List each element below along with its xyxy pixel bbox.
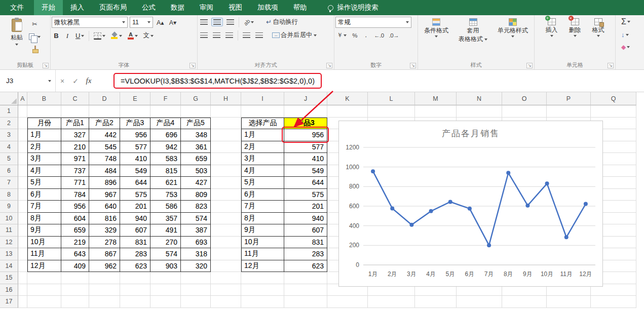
cell-A3[interactable]	[18, 129, 27, 141]
cell-C10[interactable]: 604	[61, 213, 89, 225]
cell-M17[interactable]	[415, 296, 457, 308]
cell-D2[interactable]: 产品2	[89, 118, 120, 130]
column-header-F[interactable]: F	[150, 92, 181, 105]
row-header-2[interactable]: 2	[0, 118, 18, 130]
cell-H9[interactable]	[211, 201, 241, 213]
cell-A11[interactable]	[18, 224, 27, 237]
cell-B16[interactable]	[27, 284, 61, 296]
cell-F6[interactable]: 815	[150, 165, 181, 177]
align-middle-button[interactable]	[211, 18, 223, 26]
row-header-1[interactable]: 1	[0, 105, 18, 118]
cell-E1[interactable]	[120, 105, 150, 118]
cell-E15[interactable]	[120, 272, 150, 284]
select-all-corner[interactable]	[0, 92, 18, 105]
cell-H16[interactable]	[211, 284, 241, 296]
cell-E2[interactable]: 产品3	[120, 118, 150, 130]
cell-E4[interactable]: 577	[120, 141, 150, 153]
increase-font-size-button[interactable]: A▴	[155, 18, 166, 27]
cell-C2[interactable]: 产品1	[61, 118, 89, 130]
row-header-6[interactable]: 6	[0, 165, 18, 177]
cell-C5[interactable]: 971	[61, 153, 89, 165]
cell-D16[interactable]	[89, 284, 120, 296]
cell-L17[interactable]	[368, 296, 415, 308]
cell-styles-button[interactable]: 单元格样式	[495, 17, 531, 61]
cell-I11[interactable]: 9月	[241, 224, 284, 237]
tab-home[interactable]: 开始	[34, 0, 63, 15]
cell-D17[interactable]	[89, 296, 120, 308]
cell-F15[interactable]	[150, 272, 181, 284]
row-header-17[interactable]: 17	[0, 296, 18, 308]
cell-J11[interactable]: 607	[284, 224, 327, 237]
cell-D7[interactable]: 896	[89, 177, 120, 189]
cell-M1[interactable]	[415, 105, 457, 118]
cell-A2[interactable]	[18, 118, 27, 130]
cell-B15[interactable]	[27, 272, 61, 284]
cell-I6[interactable]: 4月	[241, 165, 284, 177]
cell-H3[interactable]	[211, 129, 241, 141]
cell-C16[interactable]	[61, 284, 89, 296]
cell-H11[interactable]	[211, 224, 241, 237]
cell-A9[interactable]	[18, 201, 27, 213]
cell-C4[interactable]: 210	[61, 141, 89, 153]
row-header-14[interactable]: 14	[0, 260, 18, 273]
column-header-I[interactable]: I	[241, 92, 284, 105]
cell-G15[interactable]	[181, 272, 211, 284]
cell-I4[interactable]: 2月	[241, 141, 284, 153]
cell-I14[interactable]: 12月	[241, 260, 284, 273]
column-header-B[interactable]: B	[27, 92, 61, 105]
cell-B11[interactable]: 9月	[27, 224, 61, 237]
format-painter-button[interactable]	[27, 45, 42, 54]
insert-cells-button[interactable]: 插入	[543, 17, 561, 61]
clear-button[interactable]: ◆	[620, 43, 631, 51]
cell-I15[interactable]	[241, 272, 284, 284]
cell-D9[interactable]: 640	[89, 201, 120, 213]
column-header-D[interactable]: D	[89, 92, 120, 105]
cell-D4[interactable]: 545	[89, 141, 120, 153]
cell-E16[interactable]	[120, 284, 150, 296]
orientation-button[interactable]: ab	[242, 18, 255, 26]
cell-B3[interactable]: 1月	[27, 129, 61, 141]
column-header-N[interactable]: N	[457, 92, 502, 105]
cell-G2[interactable]: 产品5	[181, 118, 211, 130]
cell-C13[interactable]: 643	[61, 248, 89, 260]
cell-G11[interactable]: 387	[181, 224, 211, 237]
cell-I1[interactable]	[241, 105, 284, 118]
cell-D13[interactable]: 867	[89, 248, 120, 260]
font-size-select[interactable]: 11	[130, 17, 153, 28]
cell-I17[interactable]	[241, 296, 284, 308]
cell-P1[interactable]	[547, 105, 591, 118]
cell-I3[interactable]: 1月	[241, 129, 284, 141]
cell-A4[interactable]	[18, 141, 27, 153]
cell-J10[interactable]: 940	[284, 213, 327, 225]
cell-F17[interactable]	[150, 296, 181, 308]
fill-color-button[interactable]	[109, 31, 124, 40]
column-header-Q[interactable]: Q	[591, 92, 636, 105]
cell-O17[interactable]	[502, 296, 547, 308]
cell-A7[interactable]	[18, 177, 27, 189]
insert-function-button[interactable]: fx	[82, 76, 95, 85]
cell-I10[interactable]: 8月	[241, 213, 284, 225]
cell-I8[interactable]: 6月	[241, 189, 284, 201]
borders-button[interactable]	[92, 31, 107, 41]
cell-H2[interactable]	[211, 118, 241, 130]
cell-D3[interactable]: 442	[89, 129, 120, 141]
cell-F10[interactable]: 357	[150, 213, 181, 225]
cell-F11[interactable]: 491	[150, 224, 181, 237]
column-header-K[interactable]: K	[327, 92, 368, 105]
cell-E12[interactable]: 831	[120, 237, 150, 249]
row-header-12[interactable]: 12	[0, 237, 18, 249]
cell-H8[interactable]	[211, 189, 241, 201]
paste-button[interactable]: 粘贴	[8, 17, 25, 61]
comma-style-button[interactable]: ，	[361, 30, 370, 40]
cell-H15[interactable]	[211, 272, 241, 284]
cell-J2[interactable]: 产品3	[284, 118, 327, 130]
underline-button[interactable]: U	[74, 31, 86, 41]
cell-H12[interactable]	[211, 237, 241, 249]
tab-data[interactable]: 数据	[163, 0, 192, 15]
row-header-10[interactable]: 10	[0, 213, 18, 225]
cell-D6[interactable]: 484	[89, 165, 120, 177]
cell-B17[interactable]	[27, 296, 61, 308]
cell-D10[interactable]: 816	[89, 213, 120, 225]
cell-H13[interactable]	[211, 248, 241, 260]
cell-J17[interactable]	[284, 296, 327, 308]
